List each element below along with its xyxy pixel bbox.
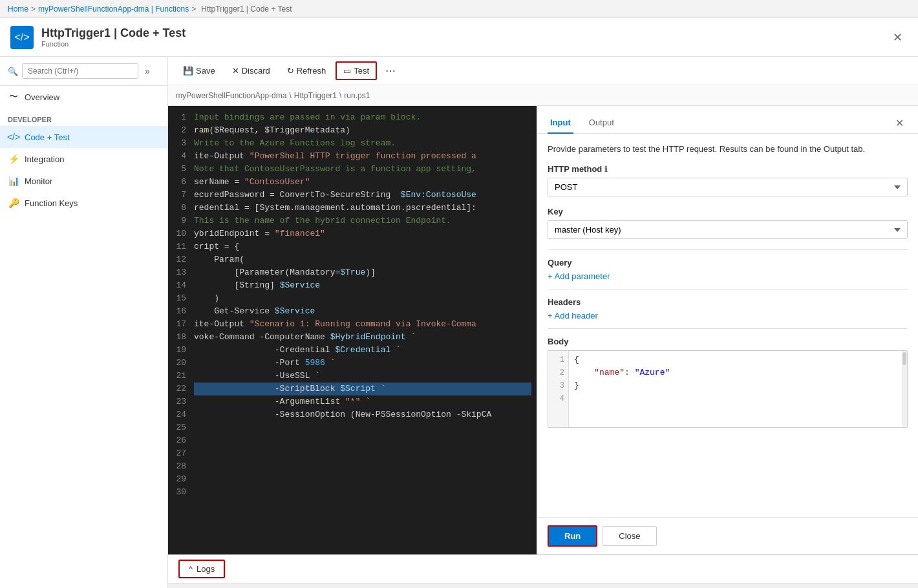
sidebar: 🔍 » 〜 Overview Developer </> Code + Test…	[0, 57, 168, 588]
title-bar: </> HttpTrigger1 | Code + Test Function …	[0, 18, 918, 57]
horizontal-scrollbar[interactable]	[168, 583, 918, 588]
sidebar-item-monitor[interactable]: 📊 Monitor	[0, 170, 167, 192]
file-name: run.ps1	[344, 91, 370, 100]
breadcrumb-home[interactable]: Home	[8, 5, 28, 14]
file-sep2: \	[339, 91, 341, 100]
add-parameter-link[interactable]: + Add parameter	[548, 271, 610, 281]
sidebar-nav: 〜 Overview Developer </> Code + Test ⚡ I…	[0, 86, 167, 588]
discard-button[interactable]: ✕ Discard	[225, 62, 277, 79]
test-icon: ▭	[343, 66, 351, 76]
headers-divider	[548, 289, 908, 289]
main-area: 💾 Save ✕ Discard ↻ Refresh ▭ Test ⋯	[168, 57, 918, 588]
file-path-bar: myPowerShellFunctionApp-dma \ HttpTrigge…	[168, 85, 918, 106]
discard-icon: ✕	[232, 66, 239, 76]
headers-label: Headers	[548, 297, 908, 307]
sidebar-item-function-keys[interactable]: 🔑 Function Keys	[0, 192, 167, 214]
discard-label: Discard	[242, 66, 270, 76]
sidebar-item-integration-label: Integration	[25, 154, 64, 164]
file-sep1: \	[289, 91, 291, 100]
file-trigger: HttpTrigger1	[294, 91, 337, 100]
refresh-button[interactable]: ↻ Refresh	[280, 62, 334, 79]
key-select[interactable]: master (Host key) default (Function key)	[548, 220, 908, 239]
body-scrollbar-thumb	[902, 352, 906, 365]
file-app-name: myPowerShellFunctionApp-dma	[176, 91, 286, 100]
right-panel-content: Provide parameters to test the HTTP requ…	[537, 134, 918, 517]
save-icon: 💾	[183, 66, 193, 76]
body-divider	[548, 328, 908, 329]
http-method-select[interactable]: POST GET PUT DELETE PATCH	[548, 178, 908, 196]
panel-footer: Run Close	[537, 517, 918, 554]
sidebar-item-overview[interactable]: 〜 Overview	[0, 86, 167, 108]
breadcrumb-current: HttpTrigger1 | Code + Test	[201, 5, 292, 14]
http-method-info-icon: ℹ	[604, 165, 608, 174]
body-label: Body	[548, 337, 908, 346]
page-title: HttpTrigger1 | Code + Test	[41, 26, 186, 40]
body-editor-content[interactable]: { "name": "Azure" }	[569, 351, 902, 427]
query-label: Query	[548, 258, 908, 268]
body-line-numbers: 1234	[548, 351, 569, 427]
key-group: Key master (Host key) default (Function …	[548, 207, 908, 239]
logs-label: Logs	[197, 564, 215, 574]
tab-output[interactable]: Output	[586, 112, 617, 134]
monitor-icon: 📊	[8, 175, 19, 187]
sidebar-item-code-test[interactable]: </> Code + Test	[0, 126, 167, 148]
sidebar-item-overview-label: Overview	[25, 92, 59, 102]
body-editor[interactable]: 1234 { "name": "Azure" }	[548, 350, 908, 428]
toolbar: 💾 Save ✕ Discard ↻ Refresh ▭ Test ⋯	[168, 57, 918, 85]
right-panel-header: Input Output ✕	[537, 106, 918, 134]
sidebar-search-area: 🔍 »	[0, 57, 167, 86]
collapse-sidebar-button[interactable]: »	[142, 65, 153, 78]
query-divider	[548, 249, 908, 250]
close-button[interactable]: Close	[603, 526, 656, 546]
panel-close-button[interactable]: ✕	[891, 116, 908, 131]
logs-button[interactable]: ^ Logs	[178, 560, 225, 578]
sidebar-item-code-test-label: Code + Test	[25, 132, 70, 142]
breadcrumb-app[interactable]: myPowerShellFunctionApp-dma | Functions	[38, 5, 189, 14]
http-method-group: HTTP method ℹ POST GET PUT DELETE PATCH	[548, 164, 908, 196]
tab-input[interactable]: Input	[548, 112, 573, 134]
breadcrumb: Home > myPowerShellFunctionApp-dma | Fun…	[0, 0, 918, 18]
overview-icon: 〜	[8, 91, 19, 103]
right-panel: Input Output ✕ Provide parameters to tes…	[537, 106, 918, 554]
code-test-icon: </>	[8, 131, 19, 143]
test-label: Test	[354, 66, 369, 76]
sidebar-item-function-keys-label: Function Keys	[25, 198, 78, 208]
code-editor[interactable]: 12345 678910 1112131415 1617181920 21222…	[168, 106, 537, 554]
close-title-button[interactable]: ✕	[888, 28, 908, 47]
test-button[interactable]: ▭ Test	[336, 61, 377, 80]
sidebar-item-integration[interactable]: ⚡ Integration	[0, 148, 167, 170]
code-content: Input bindings are passed in via param b…	[194, 111, 537, 549]
logs-bar: ^ Logs	[168, 554, 918, 583]
http-method-label: HTTP method ℹ	[548, 164, 908, 174]
search-icon: 🔍	[8, 67, 18, 76]
title-text-group: HttpTrigger1 | Code + Test Function	[41, 26, 186, 48]
key-label: Key	[548, 207, 908, 216]
function-keys-icon: 🔑	[8, 197, 19, 209]
logs-chevron-icon: ^	[189, 564, 193, 574]
run-button[interactable]: Run	[548, 525, 597, 547]
search-input[interactable]	[22, 63, 138, 79]
save-label: Save	[196, 66, 215, 76]
add-header-link[interactable]: + Add header	[548, 311, 598, 320]
body-scrollbar[interactable]	[902, 351, 907, 427]
more-options-button[interactable]: ⋯	[379, 61, 401, 81]
integration-icon: ⚡	[8, 153, 19, 165]
sidebar-item-monitor-label: Monitor	[25, 176, 52, 186]
refresh-label: Refresh	[297, 66, 326, 76]
developer-section-label: Developer	[0, 108, 167, 126]
save-button[interactable]: 💾 Save	[176, 62, 222, 79]
refresh-icon: ↻	[287, 66, 294, 76]
function-icon: </>	[10, 26, 34, 49]
page-subtitle: Function	[41, 40, 186, 48]
panel-description: Provide parameters to test the HTTP requ…	[548, 144, 908, 154]
line-numbers: 12345 678910 1112131415 1617181920 21222…	[168, 111, 194, 549]
